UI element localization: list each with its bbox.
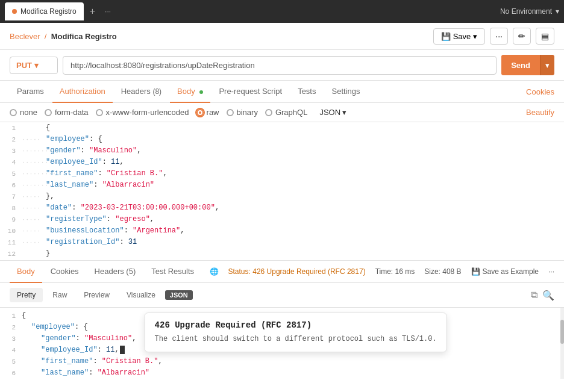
body-type-urlencoded[interactable]: x-www-form-urlencoded <box>96 108 189 117</box>
method-selector[interactable]: PUT ▾ <box>10 57 58 74</box>
breadcrumb-parent[interactable]: Beclever <box>10 32 40 41</box>
tab-headers-label: Headers (8) <box>121 87 161 96</box>
beautify-button[interactable]: Beautify <box>526 108 554 117</box>
resp-line-6: 6 "last_name": "Albarracin" <box>0 367 564 379</box>
format-raw-label: Raw <box>52 291 67 299</box>
format-tab-preview[interactable]: Preview <box>77 288 117 302</box>
tab-dot <box>12 9 17 14</box>
body-type-graphql[interactable]: GraphQL <box>265 108 307 117</box>
breadcrumb: Beclever / Modifica Registro <box>10 32 117 41</box>
binary-radio[interactable] <box>227 109 234 116</box>
search-icon: 🔍 <box>542 290 554 300</box>
format-visualize-label: Visualize <box>127 291 155 299</box>
body-type-binary[interactable]: binary <box>227 108 258 117</box>
req-line-2: 2 ····· "employee": { <box>0 134 564 145</box>
format-preview-label: Preview <box>84 291 110 299</box>
response-tab-body[interactable]: Body <box>10 261 42 283</box>
response-tab-tests[interactable]: Test Results <box>144 261 201 283</box>
raw-radio[interactable] <box>196 109 204 116</box>
formdata-radio[interactable] <box>45 109 52 116</box>
raw-label: raw <box>207 108 219 117</box>
env-caret-icon: ▾ <box>556 7 559 16</box>
tab-params[interactable]: Params <box>10 81 51 103</box>
tab-settings[interactable]: Settings <box>324 81 367 103</box>
format-tab-visualize[interactable]: Visualize <box>119 288 163 302</box>
edit-button[interactable]: ✏ <box>513 28 531 45</box>
environment-selector[interactable]: No Environment ▾ <box>500 7 559 16</box>
format-tab-pretty[interactable]: Pretty <box>10 288 43 302</box>
req-line-7: 7 ····· }, <box>0 191 564 202</box>
response-status-bar: 🌐 Status: 426 Upgrade Required (RFC 2817… <box>210 267 554 276</box>
response-tabs: Body Cookies Headers (5) Test Results 🌐 … <box>0 261 564 283</box>
body-type-selector: none form-data x-www-form-urlencoded raw… <box>0 103 564 122</box>
body-type-none[interactable]: none <box>10 108 37 117</box>
tab-body[interactable]: Body <box>170 81 210 103</box>
body-active-dot <box>199 90 203 94</box>
new-tab-button[interactable]: + <box>86 6 99 17</box>
copy-button[interactable]: ⧉ <box>531 290 537 300</box>
tooltip-title: 426 Upgrade Required (RFC 2817) <box>155 320 437 330</box>
body-type-raw[interactable]: raw <box>196 108 219 117</box>
globe-icon: 🌐 <box>210 267 219 276</box>
header-more-button[interactable]: ··· <box>490 28 508 45</box>
env-label: No Environment <box>500 7 552 16</box>
search-button[interactable]: 🔍 <box>542 290 554 301</box>
response-more-button[interactable]: ··· <box>548 267 554 276</box>
tab-params-label: Params <box>17 87 44 96</box>
breadcrumb-sep: / <box>45 32 47 41</box>
tab-prerequest-label: Pre-request Script <box>219 87 282 96</box>
tab-label: Modifica Registro <box>20 7 77 16</box>
cookies-link[interactable]: Cookies <box>526 87 554 96</box>
send-caret-button[interactable]: ▾ <box>540 55 554 75</box>
graphql-radio[interactable] <box>265 109 272 116</box>
save-caret-icon: ▾ <box>473 32 477 41</box>
response-body-label: Body <box>17 267 35 276</box>
send-button-group: Send ▾ <box>501 55 554 75</box>
tab-tests[interactable]: Tests <box>290 81 323 103</box>
scrollbar[interactable] <box>560 308 564 379</box>
response-tab-cookies[interactable]: Cookies <box>43 261 86 283</box>
send-button[interactable]: Send <box>501 55 540 75</box>
tab-authorization[interactable]: Authorization <box>52 81 113 103</box>
json-type-selector[interactable]: JSON ▾ <box>319 108 346 117</box>
method-caret-icon: ▾ <box>34 61 39 70</box>
req-line-9: 9 ····· "registerType": "egreso", <box>0 214 564 225</box>
save-disk-icon: 💾 <box>441 32 451 41</box>
format-tab-raw[interactable]: Raw <box>45 288 74 302</box>
tab-headers[interactable]: Headers (8) <box>114 81 169 103</box>
formdata-label: form-data <box>55 108 89 117</box>
req-line-6: 6 ········· "last_name": "Albarracin" <box>0 179 564 191</box>
save-button[interactable]: 💾 Save ▾ <box>433 28 486 45</box>
body-type-formdata[interactable]: form-data <box>45 108 89 117</box>
url-bar: PUT ▾ Send ▾ <box>0 50 564 81</box>
response-cookies-label: Cookies <box>51 267 79 276</box>
request-tabs: Params Authorization Headers (8) Body Pr… <box>0 81 564 103</box>
tab-settings-label: Settings <box>331 87 360 96</box>
req-line-8: 8 ····· "date": "2023-03-21T03:00:00.000… <box>0 202 564 214</box>
tab-prerequest[interactable]: Pre-request Script <box>212 81 289 103</box>
response-tab-headers[interactable]: Headers (5) <box>87 261 143 283</box>
header-actions: 💾 Save ▾ ··· ✏ ▤ <box>433 28 554 45</box>
format-json-badge[interactable]: JSON <box>165 290 193 300</box>
urlencoded-radio[interactable] <box>96 109 103 116</box>
format-tabs: Pretty Raw Preview Visualize JSON ⧉ 🔍 <box>0 283 564 308</box>
json-caret-icon: ▾ <box>342 108 346 117</box>
none-label: none <box>20 108 37 117</box>
tab-more-button[interactable]: ··· <box>101 7 114 16</box>
none-radio[interactable] <box>10 109 17 116</box>
save-example-label: Save as Example <box>483 267 539 276</box>
doc-button[interactable]: ▤ <box>536 28 554 45</box>
url-input[interactable] <box>63 56 497 75</box>
status-badge: Status: 426 Upgrade Required (RFC 2817) <box>228 267 366 276</box>
main-tab[interactable]: Modifica Registro <box>5 2 84 20</box>
json-type-label: JSON <box>319 108 340 117</box>
save-label: Save <box>453 32 471 41</box>
scrollbar-thumb[interactable] <box>560 320 564 344</box>
save-example-button[interactable]: 💾 Save as Example <box>471 267 539 276</box>
save-example-icon: 💾 <box>471 267 480 276</box>
request-body-editor[interactable]: 1 { 2 ····· "employee": { 3 ········· "g… <box>0 122 564 261</box>
tab-authorization-label: Authorization <box>60 87 105 96</box>
urlencoded-label: x-www-form-urlencoded <box>106 108 189 117</box>
header-bar: Beclever / Modifica Registro 💾 Save ▾ ··… <box>0 23 564 50</box>
req-line-5: 5 ········· "first_name": "Cristian B.", <box>0 168 564 179</box>
